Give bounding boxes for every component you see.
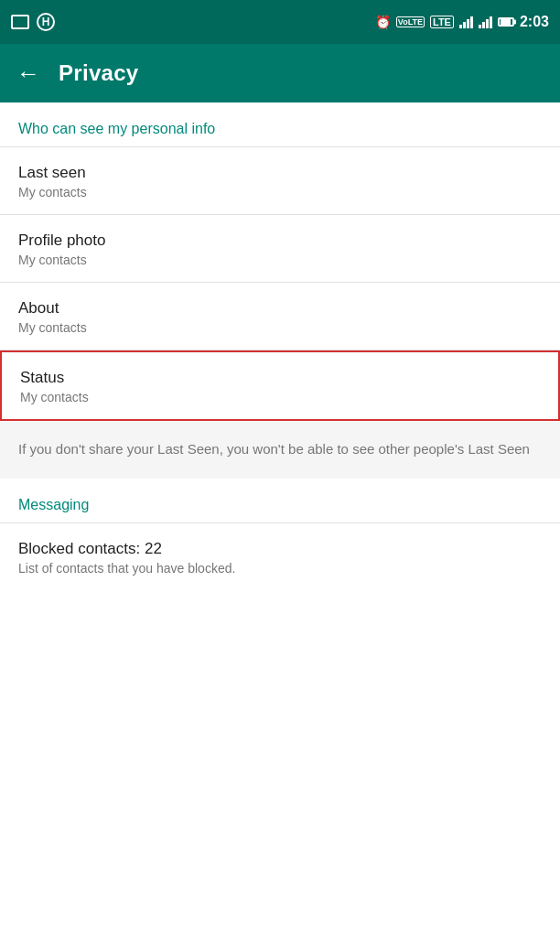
signal-icon-1 xyxy=(459,16,473,28)
blocked-contacts-title: Blocked contacts: 22 xyxy=(18,540,542,558)
profile-photo-item[interactable]: Profile photo My contacts xyxy=(0,215,560,282)
personal-info-section-header: Who can see my personal info xyxy=(0,102,560,146)
about-item[interactable]: About My contacts xyxy=(0,283,560,350)
battery-icon xyxy=(498,17,514,27)
lte-icon: LTE xyxy=(430,16,454,28)
clock: 2:03 xyxy=(520,14,549,30)
status-item[interactable]: Status My contacts xyxy=(0,350,560,421)
status-bar-right-icons: ⏰ VoLTE LTE 2:03 xyxy=(375,14,549,30)
about-title: About xyxy=(18,299,542,318)
content: Who can see my personal info Last seen M… xyxy=(0,102,560,590)
back-button[interactable]: ← xyxy=(16,59,40,88)
status-subtitle: My contacts xyxy=(20,390,540,404)
blocked-contacts-subtitle: List of contacts that you have blocked. xyxy=(18,561,542,576)
blocked-contacts-item[interactable]: Blocked contacts: 22 List of contacts th… xyxy=(0,523,560,590)
last-seen-title: Last seen xyxy=(18,164,542,182)
about-subtitle: My contacts xyxy=(18,320,542,335)
status-title: Status xyxy=(20,369,540,387)
app-icon: H xyxy=(37,13,55,31)
personal-info-header-text: Who can see my personal info xyxy=(18,121,215,136)
last-seen-info-text: If you don't share your Last Seen, you w… xyxy=(18,441,530,457)
gallery-icon xyxy=(11,15,29,29)
last-seen-subtitle: My contacts xyxy=(18,185,542,199)
volte-icon: VoLTE xyxy=(396,16,425,27)
app-bar: ← Privacy xyxy=(0,44,560,102)
page-title: Privacy xyxy=(59,60,139,86)
status-bar-left-icons: H xyxy=(11,13,55,31)
last-seen-item[interactable]: Last seen My contacts xyxy=(0,147,560,214)
messaging-section: Messaging Blocked contacts: 22 List of c… xyxy=(0,479,560,590)
messaging-header-text: Messaging xyxy=(18,497,89,512)
profile-photo-subtitle: My contacts xyxy=(18,253,542,267)
last-seen-info-box: If you don't share your Last Seen, you w… xyxy=(0,421,560,479)
messaging-section-header: Messaging xyxy=(0,479,560,522)
profile-photo-title: Profile photo xyxy=(18,232,542,250)
status-bar: H ⏰ VoLTE LTE 2:03 xyxy=(0,0,560,44)
alarm-icon: ⏰ xyxy=(375,15,391,29)
signal-icon-2 xyxy=(479,16,492,28)
